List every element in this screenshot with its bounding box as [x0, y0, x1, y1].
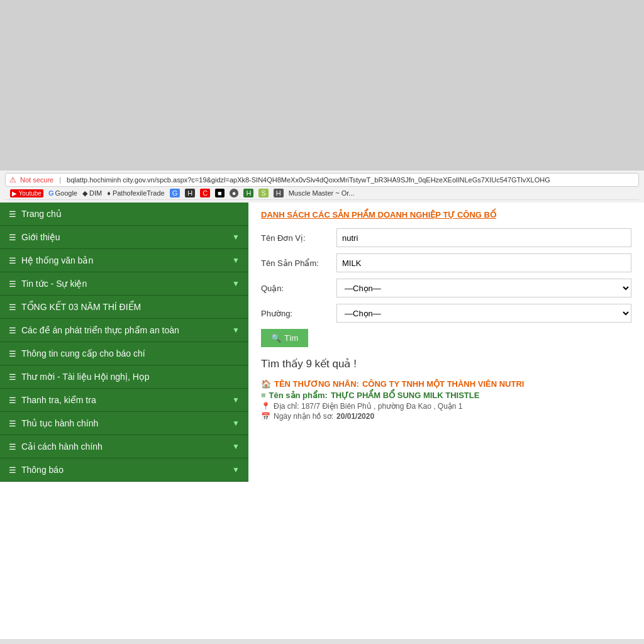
select-quan[interactable]: —Chọn—	[336, 279, 631, 297]
menu-icon-thu-moi: ☰	[9, 372, 16, 382]
calendar-icon: 📅	[261, 412, 270, 421]
sidebar-item-thong-tin[interactable]: ☰ Thông tin cung cấp cho báo chí	[0, 342, 248, 365]
select-phuong[interactable]: —Chọn—	[336, 304, 631, 323]
chevron-down-icon-tin-tuc: ▼	[232, 279, 240, 288]
sidebar-label-thong-bao: Thông báo	[21, 465, 64, 475]
menu-icon-he-thong: ☰	[9, 256, 16, 265]
sidebar-label-de-an: Các đề án phát triển thực phẩm an toàn	[21, 325, 179, 335]
form-row-quan: Quận: —Chọn—	[261, 279, 631, 297]
sidebar-item-thanh-tra[interactable]: ☰ Thanh tra, kiểm tra ▼	[0, 389, 248, 412]
address-bar[interactable]: ⚠ Not secure | bqlattp.hochiminh city.go…	[5, 173, 639, 187]
chevron-down-icon-he-thong: ▼	[232, 256, 240, 265]
sidebar-item-thong-bao[interactable]: ☰ Thông báo ▼	[0, 458, 248, 482]
bookmark-shopify[interactable]: S	[258, 189, 268, 197]
menu-icon-thong-bao: ☰	[9, 465, 16, 475]
doc-icon: ≡	[261, 391, 266, 400]
menu-icon-trang-chu: ☰	[9, 209, 16, 219]
sidebar-label-he-thong-van-ban: Hệ thống văn bản	[21, 255, 93, 265]
sidebar-label-tong-ket: TỔNG KẾT 03 NĂM THÍ ĐIỂM	[21, 302, 141, 312]
sidebar-item-gioi-thieu[interactable]: ☰ Giới thiệu ▼	[0, 226, 248, 249]
sidebar: ☰ Trang chủ ☰ Giới thiệu ▼ ☰ Hệ thống vă…	[0, 203, 248, 639]
sidebar-label-thu-tuc: Thủ tục hành chính	[21, 418, 98, 428]
sidebar-label-cai-cach: Cải cách hành chính	[21, 441, 103, 452]
form-row-phuong: Phường: —Chọn—	[261, 304, 631, 323]
result-address: 📍 Địa chỉ: 187/7 Điện Biên Phủ , phường …	[261, 402, 631, 411]
bookmark-youtube[interactable]: ▶ Youtube	[10, 189, 43, 197]
menu-icon-de-an: ☰	[9, 326, 16, 335]
input-ten-san-pham[interactable]	[336, 253, 631, 272]
chevron-down-icon-de-an: ▼	[232, 326, 240, 335]
bookmark-h2[interactable]: H	[243, 189, 253, 197]
bookmark-pathofexile[interactable]: ♦ PathofexileTrade	[107, 189, 164, 197]
menu-icon-tin-tuc: ☰	[9, 279, 16, 289]
menu-icon-thanh-tra: ☰	[9, 396, 16, 405]
chevron-down-icon-gioi-thieu: ▼	[232, 233, 240, 242]
label-ten-don-vi: Tên Đơn Vị:	[261, 233, 336, 243]
result-product-name: ≡ Tên sản phẩm: THỰC PHẨM BỔ SUNG MILK T…	[261, 391, 631, 400]
label-phuong: Phường:	[261, 309, 336, 318]
sidebar-item-thu-moi[interactable]: ☰ Thư mời - Tài liệu Hội nghị, Họp	[0, 365, 248, 389]
input-ten-don-vi[interactable]	[336, 228, 631, 247]
bookmark-c[interactable]: C	[200, 189, 210, 197]
menu-icon-thong-tin: ☰	[9, 349, 16, 358]
right-panel: DANH SÁCH CÁC SẢN PHẨM DOANH NGHIỆP TỰ C…	[248, 203, 644, 639]
chevron-down-icon-cai-cach: ▼	[232, 442, 240, 451]
chevron-down-icon-thanh-tra: ▼	[232, 396, 240, 404]
url-text: bqlattp.hochiminh city.gov.vn/spcb.aspx?…	[67, 176, 635, 184]
main-content: ☰ Trang chủ ☰ Giới thiệu ▼ ☰ Hệ thống vă…	[0, 203, 644, 639]
date-label: Ngày nhận hồ sơ:	[274, 412, 333, 421]
bookmark-google[interactable]: G Google	[48, 189, 77, 197]
panel-title: DANH SÁCH CÁC SẢN PHẨM DOANH NGHIỆP TỰ C…	[261, 210, 631, 219]
sidebar-label-thu-moi: Thư mời - Tài liệu Hội nghị, Họp	[21, 372, 150, 382]
bookmark-black[interactable]: ■	[215, 189, 225, 197]
search-button-label: Tìm	[284, 333, 298, 343]
sidebar-item-cai-cach[interactable]: ☰ Cải cách hành chính ▼	[0, 435, 248, 458]
warning-icon: ⚠	[9, 175, 16, 184]
sidebar-item-tong-ket[interactable]: ☰ TỔNG KẾT 03 NĂM THÍ ĐIỂM	[0, 296, 248, 319]
sidebar-item-thu-tuc[interactable]: ☰ Thủ tục hành chính ▼	[0, 412, 248, 435]
menu-icon-cai-cach: ☰	[9, 442, 16, 452]
chevron-down-icon-thu-tuc: ▼	[232, 419, 240, 428]
home-icon: 🏠	[261, 379, 271, 389]
sidebar-label-tin-tuc: Tin tức - Sự kiện	[21, 279, 87, 289]
bookmarks-bar: ▶ Youtube G Google ◆ DIM ♦ PathofexileTr…	[5, 187, 639, 200]
menu-icon-tong-ket: ☰	[9, 303, 16, 312]
company-label: TÊN THƯƠNG NHÂN:	[274, 379, 359, 389]
result-card: 🏠 TÊN THƯƠNG NHÂN: CÔNG TY TNHH MỘT THÀN…	[261, 379, 631, 428]
address-text: Địa chỉ: 187/7 Điện Biên Phủ , phường Đa…	[274, 402, 463, 411]
product-name: THỰC PHẨM BỔ SUNG MILK THISTLE	[331, 391, 480, 400]
results-count: Tìm thấy 9 kết quả !	[261, 357, 631, 370]
label-quan: Quận:	[261, 284, 336, 293]
sidebar-item-de-an[interactable]: ☰ Các đề án phát triển thực phẩm an toàn…	[0, 319, 248, 342]
company-name: CÔNG TY TNHH MỘT THÀNH VIÊN NUTRI	[362, 379, 524, 389]
result-date: 📅 Ngày nhận hồ sơ: 20/01/2020	[261, 412, 631, 421]
label-ten-san-pham: Tên Sản Phẩm:	[261, 258, 336, 268]
bookmark-h1[interactable]: H	[185, 189, 195, 197]
bookmark-g2[interactable]: G	[170, 189, 180, 197]
menu-icon-gioi-thieu: ☰	[9, 233, 16, 242]
sidebar-item-trang-chu[interactable]: ☰ Trang chủ	[0, 203, 248, 226]
bookmark-circle[interactable]: ●	[230, 189, 239, 197]
date-value: 20/01/2020	[336, 412, 374, 421]
form-row-don-vi: Tên Đơn Vị:	[261, 228, 631, 247]
sidebar-label-thanh-tra: Thanh tra, kiểm tra	[21, 395, 96, 405]
product-label: Tên sản phẩm:	[269, 391, 328, 400]
sidebar-item-tin-tuc[interactable]: ☰ Tin tức - Sự kiện ▼	[0, 272, 248, 296]
bookmark-dim[interactable]: ◆ DIM	[82, 189, 102, 197]
search-icon: 🔍	[271, 333, 281, 343]
form-row-san-pham: Tên Sản Phẩm:	[261, 253, 631, 272]
chevron-down-icon-thong-bao: ▼	[232, 465, 240, 474]
result-company-name: 🏠 TÊN THƯƠNG NHÂN: CÔNG TY TNHH MỘT THÀN…	[261, 379, 631, 389]
sidebar-label-gioi-thieu: Giới thiệu	[21, 232, 60, 242]
search-button[interactable]: 🔍 Tìm	[261, 329, 308, 347]
sidebar-label-thong-tin: Thông tin cung cấp cho báo chí	[21, 348, 145, 358]
menu-icon-thu-tuc: ☰	[9, 419, 16, 428]
bookmark-muscle[interactable]: Muscle Master ~ Or...	[289, 189, 355, 197]
pin-icon: 📍	[261, 402, 270, 411]
sidebar-item-he-thong-van-ban[interactable]: ☰ Hệ thống văn bản ▼	[0, 249, 248, 272]
top-gray-area	[0, 0, 644, 170]
sidebar-label-trang-chu: Trang chủ	[21, 209, 62, 219]
bookmark-h3[interactable]: H	[274, 189, 284, 197]
browser-chrome: ⚠ Not secure | bqlattp.hochiminh city.go…	[0, 170, 644, 203]
not-secure-label: Not secure	[20, 176, 53, 184]
